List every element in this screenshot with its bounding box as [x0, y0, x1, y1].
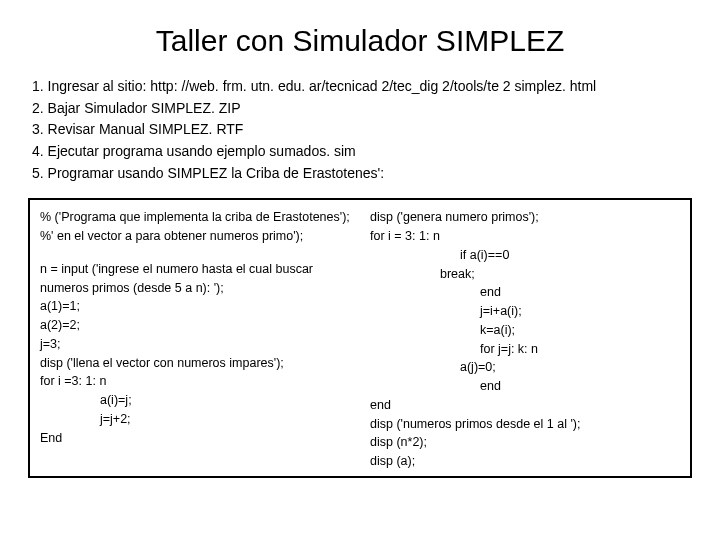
code-line: a(1)=1; [40, 297, 350, 316]
code-line: if a(i)==0 [370, 246, 680, 265]
code-line: %' en el vector a para obtener numeros p… [40, 227, 350, 246]
code-line: for i =3: 1: n [40, 372, 350, 391]
code-line: for i = 3: 1: n [370, 227, 680, 246]
code-line: disp ('llena el vector con numeros impar… [40, 354, 350, 373]
slide-title: Taller con Simulador SIMPLEZ [28, 24, 692, 58]
step-5: 5. Programar usando SIMPLEZ la Criba de … [32, 163, 692, 185]
code-line: end [370, 283, 680, 302]
step-1: 1. Ingresar al sitio: http: //web. frm. … [32, 76, 692, 98]
step-3: 3. Revisar Manual SIMPLEZ. RTF [32, 119, 692, 141]
code-line: n = input ('ingrese el numero hasta el c… [40, 260, 350, 298]
code-box: % ('Programa que implementa la criba de … [28, 198, 692, 478]
code-line: disp (a); [370, 452, 680, 471]
step-2: 2. Bajar Simulador SIMPLEZ. ZIP [32, 98, 692, 120]
steps-list: 1. Ingresar al sitio: http: //web. frm. … [28, 76, 692, 184]
slide: Taller con Simulador SIMPLEZ 1. Ingresar… [0, 0, 720, 540]
code-left-column: % ('Programa que implementa la criba de … [30, 200, 360, 476]
code-line: j=i+a(i); [370, 302, 680, 321]
code-line: for j=j: k: n [370, 340, 680, 359]
code-line: a(i)=j; [40, 391, 350, 410]
blank-line [40, 246, 350, 260]
code-line: disp ('genera numero primos'); [370, 208, 680, 227]
code-line: break; [370, 265, 680, 284]
code-line: a(j)=0; [370, 358, 680, 377]
code-line: j=3; [40, 335, 350, 354]
step-4: 4. Ejecutar programa usando ejemplo suma… [32, 141, 692, 163]
code-line: disp (n*2); [370, 433, 680, 452]
code-right-column: disp ('genera numero primos'); for i = 3… [360, 200, 690, 476]
code-line: % ('Programa que implementa la criba de … [40, 208, 350, 227]
code-line: a(2)=2; [40, 316, 350, 335]
code-line: End [40, 429, 350, 448]
code-line: end [370, 377, 680, 396]
code-line: j=j+2; [40, 410, 350, 429]
code-line: end [370, 396, 680, 415]
code-line: k=a(i); [370, 321, 680, 340]
code-line: disp ('numeros primos desde el 1 al '); [370, 415, 680, 434]
